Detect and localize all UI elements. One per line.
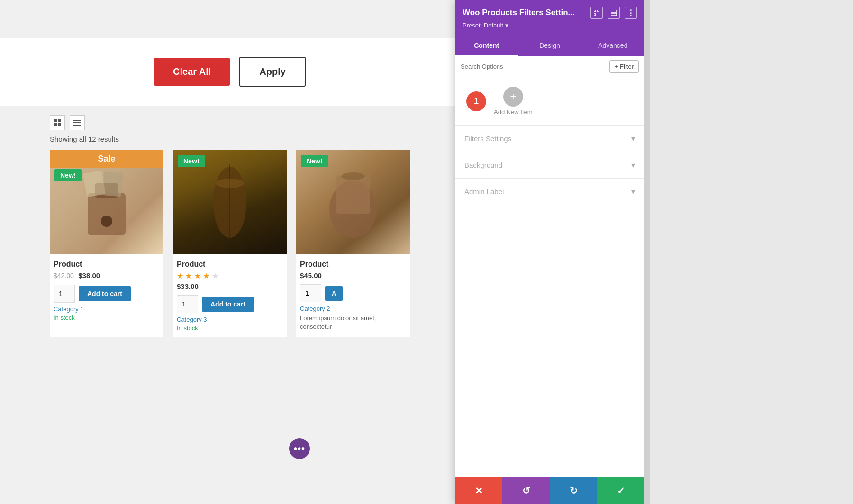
add-to-cart-button-3[interactable]: A [325, 286, 343, 301]
price-2: $33.00 [177, 282, 283, 290]
toolbar-save-button[interactable]: ✓ [597, 477, 644, 504]
svg-rect-0 [54, 119, 57, 122]
svg-rect-16 [336, 176, 370, 214]
tab-content[interactable]: Content [455, 36, 518, 56]
toolbar-close-button[interactable]: ✕ [455, 477, 502, 504]
admin-label-section: Admin Label ▾ [455, 178, 644, 205]
main-content-area: Clear All Apply Showing all 12 results [0, 0, 460, 504]
scrollbar[interactable] [644, 0, 650, 504]
grid-view-icon [54, 119, 61, 126]
admin-label-title: Admin Label [464, 188, 504, 196]
product-grid: Sale New! Product $42.00 [0, 150, 460, 337]
svg-rect-1 [58, 119, 61, 122]
grid-view-button[interactable] [50, 115, 65, 130]
toolbar-undo-button[interactable]: ↺ [502, 477, 550, 504]
add-to-cart-row-2: Add to cart [177, 295, 283, 313]
panel-header: Woo Products Filters Settin... [455, 0, 644, 36]
product-name-1: Product [54, 260, 160, 269]
svg-rect-22 [611, 13, 617, 16]
svg-rect-3 [58, 123, 61, 126]
new-badge-3: New! [301, 155, 328, 167]
svg-rect-21 [611, 10, 617, 12]
svg-point-17 [341, 172, 365, 180]
quantity-input-2[interactable] [177, 295, 198, 313]
admin-label-header[interactable]: Admin Label ▾ [455, 179, 644, 205]
svg-rect-10 [83, 171, 106, 197]
add-new-item-wrap: + Add New Item [494, 87, 533, 116]
panel-fullscreen-button[interactable] [590, 7, 603, 19]
product-card-3: New! Product $45.00 A Category 2 Lor [296, 150, 410, 337]
product-price-1: $42.00 $38.00 [54, 271, 160, 280]
background-chevron-icon: ▾ [631, 161, 635, 170]
fullscreen-icon [594, 10, 599, 16]
clear-all-button[interactable]: Clear All [154, 58, 230, 86]
add-to-cart-button-2[interactable]: Add to cart [202, 297, 254, 312]
svg-rect-6 [73, 125, 81, 126]
admin-label-chevron-icon: ▾ [631, 187, 635, 196]
product-name-3: Product [300, 260, 406, 269]
filters-settings-section: Filters Settings ▾ [455, 125, 644, 152]
panel-more-button[interactable]: ⋮ [625, 7, 637, 19]
star-1: ★ [177, 272, 183, 280]
floating-menu-button[interactable]: ••• [289, 438, 310, 459]
new-badge-2: New! [178, 155, 205, 167]
category-link-1[interactable]: Category 1 [54, 306, 160, 313]
add-new-item-plus-icon: + [510, 90, 516, 103]
panel-layout-button[interactable] [608, 7, 620, 19]
svg-rect-18 [594, 10, 596, 12]
preset-chevron-icon: ▾ [505, 22, 508, 29]
panel-header-icons: ⋮ [590, 7, 637, 19]
product-image-3: New! [296, 150, 410, 254]
panel-items-row: 1 + Add New Item [455, 77, 644, 125]
product-image-2: New! [173, 150, 287, 254]
panel-filter-button[interactable]: + Filter [609, 60, 639, 73]
quantity-input-1[interactable] [54, 285, 75, 303]
svg-rect-5 [73, 122, 81, 123]
svg-rect-7 [88, 193, 126, 235]
item-number-badge[interactable]: 1 [466, 91, 486, 111]
add-new-item-button[interactable]: + [503, 87, 523, 107]
svg-point-14 [216, 179, 244, 188]
sale-banner: Sale [50, 150, 163, 168]
bag-illustration-1 [78, 164, 135, 240]
price-3: $45.00 [300, 271, 406, 279]
list-view-button[interactable] [70, 115, 85, 130]
panel-title: Woo Products Filters Settin... [463, 8, 575, 18]
price-new-1: $38.00 [78, 271, 100, 279]
svg-rect-2 [54, 123, 57, 126]
bag-illustration-2 [206, 160, 254, 245]
add-to-cart-row-3: A [300, 284, 406, 302]
filters-settings-title: Filters Settings [464, 135, 511, 143]
layout-icon [611, 10, 617, 16]
background-section: Background ▾ [455, 152, 644, 178]
save-icon: ✓ [617, 485, 625, 496]
panel-search-input[interactable] [461, 63, 609, 70]
redo-icon: ↻ [570, 485, 578, 496]
svg-rect-19 [598, 10, 599, 12]
tab-design[interactable]: Design [518, 36, 581, 56]
settings-panel: Woo Products Filters Settin... [455, 0, 644, 504]
product-description-3: Lorem ipsum dolor sit amet, consectetur [300, 314, 406, 331]
panel-search-row: + Filter [455, 56, 644, 77]
quantity-input-3[interactable] [300, 284, 321, 302]
product-card-2: New! Product ★ ★ ★ ★ ★ [173, 150, 287, 337]
panel-tabs: Content Design Advanced [455, 36, 644, 56]
close-icon: ✕ [475, 485, 483, 496]
product-image-1: Sale New! [50, 150, 163, 254]
svg-rect-4 [73, 120, 81, 121]
category-link-3[interactable]: Category 2 [300, 305, 406, 312]
background-title: Background [464, 161, 502, 169]
add-to-cart-button-1[interactable]: Add to cart [79, 286, 131, 301]
star-2: ★ [185, 272, 192, 280]
category-link-2[interactable]: Category 3 [177, 316, 283, 323]
filters-settings-header[interactable]: Filters Settings ▾ [455, 126, 644, 152]
product-card: Sale New! Product $42.00 [50, 150, 163, 337]
panel-preset-selector[interactable]: Preset: Default ▾ [463, 22, 637, 29]
undo-icon: ↺ [522, 485, 530, 496]
star-4: ★ [203, 272, 209, 280]
tab-advanced[interactable]: Advanced [581, 36, 644, 56]
apply-button[interactable]: Apply [239, 57, 306, 87]
background-header[interactable]: Background ▾ [455, 152, 644, 178]
filter-buttons-area: Clear All Apply [0, 38, 460, 106]
toolbar-redo-button[interactable]: ↻ [550, 477, 597, 504]
